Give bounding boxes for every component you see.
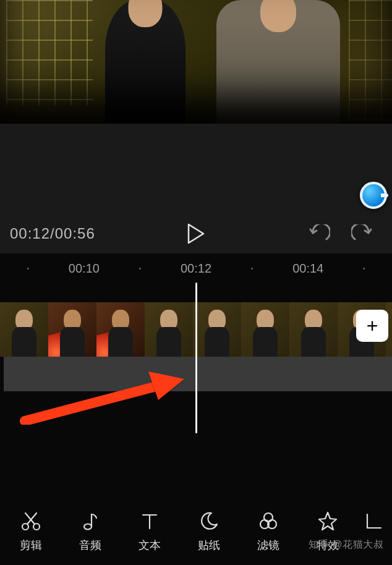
- redo-icon: [351, 224, 373, 244]
- tool-label: 音频: [79, 538, 101, 553]
- plus-icon: +: [367, 315, 378, 338]
- tool-label: 贴纸: [198, 538, 220, 553]
- moon-icon: [198, 511, 219, 532]
- ruler-tick-1: 00:10: [56, 261, 113, 276]
- svg-line-5: [25, 513, 35, 524]
- clip-thumbnail[interactable]: [145, 302, 193, 357]
- tool-audio[interactable]: 音频: [61, 511, 120, 553]
- clip-thumbnail[interactable]: [96, 302, 145, 357]
- play-button[interactable]: [187, 223, 205, 244]
- video-preview[interactable]: [0, 0, 392, 124]
- add-clip-button[interactable]: +: [356, 310, 388, 342]
- svg-line-4: [27, 513, 36, 524]
- tool-label: 文本: [138, 538, 161, 553]
- play-icon: [187, 223, 205, 244]
- bottom-toolbar: 剪辑 音频 文本 贴纸 滤镜 特效: [0, 498, 392, 565]
- ruler-tick-2: 00:12: [168, 261, 224, 276]
- preview-vignette: [0, 0, 392, 124]
- ruler-dot: •: [112, 265, 168, 272]
- floating-shortcut-button[interactable]: [360, 182, 387, 209]
- tool-sticker[interactable]: 贴纸: [179, 511, 239, 553]
- ruler-tick-3: 00:14: [280, 261, 336, 276]
- tool-cut[interactable]: 剪辑: [1, 511, 61, 553]
- clip-thumbnail[interactable]: [289, 302, 338, 357]
- redo-button[interactable]: [351, 224, 373, 244]
- crop-icon: [364, 512, 382, 533]
- watermark-text: 知乎 @花猫大叔: [309, 538, 383, 551]
- audio-track[interactable]: [4, 357, 392, 391]
- ruler-dot: •: [0, 265, 56, 272]
- star-icon: [317, 511, 338, 532]
- tool-text[interactable]: 文本: [120, 511, 179, 553]
- overlap-circles-icon: [258, 511, 279, 532]
- playhead[interactable]: [195, 282, 197, 433]
- undo-icon: [308, 224, 330, 244]
- clip-thumbnail[interactable]: [241, 302, 289, 357]
- undo-button[interactable]: [308, 224, 330, 244]
- timeline[interactable]: +: [0, 302, 392, 491]
- timeline-ruler[interactable]: • 00:10 • 00:12 • 00:14 •: [0, 253, 392, 281]
- time-display: 00:12/00:56: [10, 225, 95, 242]
- playback-controls: 00:12/00:56: [0, 124, 392, 253]
- tool-label: 滤镜: [257, 538, 279, 553]
- clip-thumbnail[interactable]: [0, 302, 48, 357]
- text-icon: [139, 511, 160, 532]
- tool-label: 剪辑: [20, 538, 42, 553]
- clip-thumbnail[interactable]: [193, 302, 241, 357]
- tool-filter[interactable]: 滤镜: [239, 511, 298, 553]
- preview-background: [0, 0, 392, 124]
- music-note-icon: [80, 511, 101, 532]
- ruler-dot: •: [336, 265, 392, 272]
- ruler-dot: •: [224, 265, 280, 272]
- svg-point-6: [84, 524, 92, 530]
- scissors-icon: [20, 511, 41, 532]
- clip-thumbnail[interactable]: [48, 302, 96, 357]
